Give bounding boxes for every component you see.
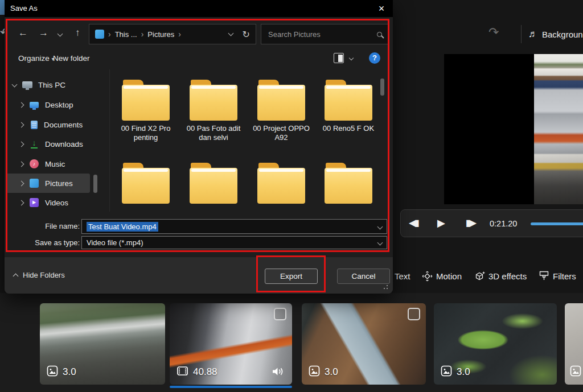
folder-icon — [190, 163, 237, 204]
folder-icon — [325, 163, 372, 204]
folder-item[interactable]: 00 Pas Foto adit dan selvi — [182, 80, 245, 142]
breadcrumb-this-pc[interactable]: This ... — [115, 30, 137, 39]
cancel-button[interactable]: Cancel — [337, 269, 390, 284]
collapse-chevron-icon — [13, 274, 19, 279]
file-name-label: File name: — [18, 222, 80, 230]
view-mode-chevron-icon[interactable] — [349, 56, 354, 60]
resize-grip[interactable] — [387, 288, 388, 290]
sidebar-scrollbar[interactable] — [93, 175, 97, 193]
background-window-edge — [0, 0, 5, 15]
expand-chevron-icon[interactable] — [19, 180, 24, 186]
forward-icon[interactable]: → — [39, 27, 48, 39]
tab-filters[interactable]: Filters — [553, 271, 576, 281]
timeline-clip-2[interactable]: 40.88 — [170, 303, 292, 385]
folder-item[interactable] — [114, 163, 178, 204]
seek-bar[interactable] — [531, 222, 583, 225]
back-icon[interactable]: ← — [18, 27, 28, 39]
breadcrumb-separator: › — [178, 30, 181, 39]
up-icon[interactable]: ↑ — [75, 27, 80, 39]
video-icon — [176, 365, 188, 379]
image-icon — [570, 365, 581, 379]
folder-item[interactable]: 00 Reno5 F OK — [317, 80, 380, 133]
playback-time: 0:21.20 — [490, 219, 517, 228]
selected-clip-indicator — [170, 386, 292, 388]
timeline-clip-4[interactable]: 3.0 — [434, 303, 557, 385]
sidebar-item-music[interactable]: ♪ Music — [5, 154, 109, 174]
clip-duration: 3.0 — [457, 366, 470, 378]
clip-checkbox[interactable] — [408, 308, 420, 320]
sidebar-item-documents[interactable]: Documents — [5, 115, 109, 134]
folder-item[interactable] — [182, 163, 245, 204]
organize-button[interactable]: Organize ▾ — [18, 54, 55, 63]
redo-icon[interactable]: ↷ — [488, 25, 499, 40]
expand-chevron-icon[interactable] — [19, 141, 24, 147]
documents-icon — [31, 121, 38, 129]
expand-chevron-icon[interactable] — [19, 161, 24, 167]
clip-duration: 3.0 — [63, 366, 76, 378]
filters-icon — [539, 270, 549, 282]
folder-item[interactable]: 00 Find X2 Pro penting — [114, 80, 178, 142]
clip-checkbox[interactable] — [274, 308, 286, 320]
timeline-strip: 3.0 40.88 — [0, 293, 583, 392]
folder-icon — [122, 163, 170, 204]
background-music-icon: ♬ — [528, 28, 538, 40]
search-input[interactable] — [268, 30, 377, 39]
dialog-title: Save As — [10, 4, 38, 13]
expand-chevron-icon[interactable] — [19, 122, 24, 127]
folder-icon — [257, 163, 305, 204]
motion-icon — [422, 271, 433, 282]
speaker-icon[interactable] — [272, 366, 284, 379]
folder-icon — [325, 80, 372, 121]
videos-icon: ▶ — [30, 198, 39, 207]
files-scrollbar[interactable] — [380, 79, 384, 96]
help-icon[interactable]: ? — [369, 52, 380, 64]
folder-item[interactable] — [249, 163, 313, 204]
sidebar-item-downloads[interactable]: ↓ Downloads — [5, 134, 109, 154]
new-folder-button[interactable]: New folder — [53, 54, 90, 63]
file-name-input[interactable]: Test Buat Video.mp4 — [81, 219, 387, 234]
3d-effects-icon — [474, 270, 486, 282]
save-type-label: Save as type: — [18, 238, 80, 247]
next-frame-button[interactable]: ▮▶ — [466, 217, 475, 228]
address-bar[interactable]: › This ... › Pictures › ↻ — [89, 24, 256, 44]
tab-3d-effects[interactable]: 3D effects — [488, 271, 527, 281]
recent-locations-chevron-icon[interactable] — [58, 31, 63, 37]
tab-motion[interactable]: Motion — [436, 271, 462, 281]
dialog-footer: Hide Folders Export Cancel — [5, 257, 393, 294]
save-type-dropdown-chevron-icon[interactable] — [377, 240, 383, 246]
timeline-clip-5[interactable] — [565, 303, 583, 385]
hide-folders-button[interactable]: Hide Folders — [14, 271, 65, 279]
background-music-button[interactable]: Background — [542, 30, 583, 39]
folder-item[interactable]: 00 Project OPPO A92 — [249, 80, 313, 142]
close-icon[interactable]: × — [373, 1, 389, 16]
sidebar-item-this-pc[interactable]: This PC — [5, 75, 109, 94]
folder-item[interactable] — [317, 163, 380, 204]
file-name-value: Test Buat Video.mp4 — [87, 222, 158, 232]
downloads-icon: ↓ — [30, 139, 39, 148]
search-icon[interactable] — [377, 32, 382, 37]
export-button[interactable]: Export — [265, 269, 318, 284]
save-type-select[interactable]: Video file (*.mp4) — [81, 236, 387, 249]
view-mode-icon[interactable] — [334, 53, 344, 63]
sidebar-item-desktop[interactable]: Desktop — [5, 95, 109, 114]
clip-duration: 40.88 — [193, 366, 217, 378]
previous-frame-button[interactable]: ◀▮ — [409, 217, 418, 228]
play-button[interactable]: ▶ — [437, 217, 444, 229]
timeline-clip-1[interactable]: 3.0 — [40, 303, 165, 385]
file-name-dropdown-chevron-icon[interactable] — [377, 224, 383, 229]
refresh-icon[interactable]: ↻ — [243, 29, 250, 40]
breadcrumb-separator: › — [108, 30, 111, 39]
expand-chevron-icon[interactable] — [19, 200, 24, 205]
breadcrumb-pictures[interactable]: Pictures — [147, 30, 174, 39]
search-box[interactable] — [261, 24, 389, 44]
clip-duration: 3.0 — [325, 366, 338, 378]
pictures-icon — [30, 179, 39, 188]
sidebar-item-pictures[interactable]: Pictures — [6, 174, 90, 193]
expand-chevron-icon[interactable] — [12, 81, 18, 87]
timeline-clip-3[interactable]: 3.0 — [302, 303, 426, 385]
breadcrumb-separator: › — [141, 30, 144, 39]
address-dropdown-chevron-icon[interactable] — [228, 31, 233, 36]
tab-text[interactable]: Text — [395, 271, 410, 281]
expand-chevron-icon[interactable] — [19, 102, 24, 108]
sidebar-item-videos[interactable]: ▶ Videos — [5, 193, 109, 212]
